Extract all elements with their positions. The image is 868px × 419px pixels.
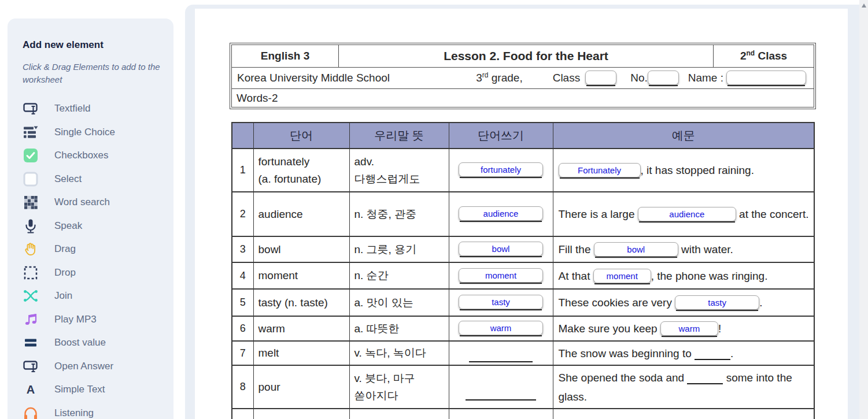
word-cell: warm (253, 316, 349, 341)
col-number (232, 123, 253, 149)
sidebar-item-select[interactable]: Select (23, 171, 160, 187)
col-word: 단어 (253, 123, 349, 149)
hand-drag-icon (23, 241, 39, 257)
sidebar-item-textfield[interactable]: Textfield (23, 101, 160, 117)
write-input[interactable] (459, 295, 543, 309)
vocab-table: 단어 우리말 뜻 단어쓰기 예문 1 fortunately (a. fortu… (231, 122, 815, 419)
words-section-label: Words-2 (232, 89, 814, 107)
class-label: Class (553, 72, 581, 84)
sidebar-item-drag[interactable]: Drag (23, 241, 160, 257)
sidebar-item-label: Word search (54, 196, 110, 208)
row-number: 7 (232, 341, 253, 365)
write-input-slot (459, 321, 543, 336)
vocab-header-row: 단어 우리말 뜻 단어쓰기 예문 (232, 123, 814, 149)
open-answer-icon (23, 358, 39, 374)
word-cell: melt (253, 341, 349, 365)
col-meaning: 우리말 뜻 (349, 123, 449, 149)
music-note-icon (23, 312, 39, 328)
sidebar-item-label: Simple Text (54, 384, 105, 395)
table-row: 6 warm a. 따뜻한 Make sure you keep ! (232, 316, 814, 341)
checkboxes-icon (23, 147, 39, 164)
name-input-slot (726, 71, 806, 86)
row-number: 1 (232, 149, 253, 192)
word-cell: audience (253, 192, 349, 236)
sidebar-item-label: Single Choice (54, 127, 115, 138)
example-input[interactable] (559, 163, 641, 177)
table-row: 4 moment n. 순간 At that , the phone was r… (232, 262, 814, 289)
example-cell: She opened the soda and some into the gl… (553, 365, 814, 409)
sidebar-item-label: Boost value (54, 337, 106, 348)
table-row: 8 pour v. 붓다, 마구 쏟아지다 She opened the sod… (232, 365, 814, 409)
sidebar-item-word-search[interactable]: Word search (23, 194, 160, 210)
write-input[interactable] (459, 268, 543, 283)
sidebar-item-play-mp3[interactable]: Play MP3 (23, 312, 160, 328)
example-input[interactable] (638, 207, 736, 221)
worksheet-canvas: English 3 Lesson 2. Food for the Heart 2… (185, 5, 868, 419)
scroll-up-icon[interactable] (862, 3, 866, 8)
write-input-slot (459, 268, 543, 284)
write-input[interactable] (459, 242, 543, 256)
example-input-slot (559, 163, 641, 179)
table-row: 5 tasty (n. taste) a. 맛이 있는 These cookie… (232, 289, 814, 316)
example-cell: These cookies are very . (553, 289, 814, 316)
write-input-slot (459, 162, 543, 178)
sidebar-item-simple-text[interactable]: A Simple Text (23, 381, 160, 398)
write-input[interactable] (459, 162, 543, 177)
sidebar-item-join[interactable]: Join (23, 288, 160, 304)
example-input-slot (675, 295, 759, 311)
example-cell: , it has stopped raining. (553, 149, 814, 192)
row-number: 8 (232, 365, 253, 409)
table-row: 7 melt v. 녹다, 녹이다 The snow was beginning… (232, 341, 814, 365)
example-cell: Make sure you keep ! (553, 316, 814, 341)
meaning-cell: v. 녹다, 녹이다 (349, 341, 449, 365)
name-input[interactable] (726, 71, 806, 85)
write-input-slot (459, 295, 543, 310)
sidebar-item-label: Open Answer (54, 361, 113, 372)
sidebar-item-boost-value[interactable]: Boost value (23, 335, 160, 351)
microphone-icon (23, 218, 39, 234)
sidebar-item-checkboxes[interactable]: Checkboxes (23, 147, 160, 164)
no-input[interactable] (648, 71, 679, 85)
write-input[interactable] (459, 206, 543, 221)
example-input[interactable] (594, 242, 678, 257)
add-element-panel: Add new element Click & Drag Elements to… (8, 18, 173, 419)
drop-zone-icon (23, 265, 39, 281)
sidebar-item-speak[interactable]: Speak (23, 218, 160, 234)
select-icon (23, 171, 39, 187)
sidebar-item-single-choice[interactable]: Single Choice (23, 124, 160, 140)
single-choice-icon (23, 124, 39, 140)
simple-text-icon: A (23, 381, 39, 398)
class-input[interactable] (585, 71, 616, 85)
blank-line (469, 350, 533, 362)
example-cell: At that , the phone was ringing. (553, 262, 814, 289)
vertical-scrollbar[interactable] (859, 0, 868, 419)
sidebar-item-open-answer[interactable]: Open Answer (23, 358, 160, 374)
example-input[interactable] (675, 295, 759, 310)
meaning-cell: adv. 다행스럽게도 (349, 149, 449, 192)
sidebar-item-listening[interactable]: Listening (23, 405, 160, 419)
join-lines-icon (23, 288, 39, 304)
no-input-slot (648, 71, 679, 86)
write-input-slot (459, 206, 543, 222)
example-input-slot (660, 321, 718, 337)
write-input-slot (459, 242, 543, 257)
class-ordinal: 2nd Class (714, 45, 814, 68)
example-input[interactable] (593, 269, 651, 283)
school-name: Korea University Middle School (237, 72, 390, 84)
element-list: Textfield Single Choice Checkboxes Selec… (23, 101, 160, 419)
panel-title: Add new element (23, 39, 160, 51)
name-label: Name : (688, 72, 723, 84)
word-cell: bowl (253, 236, 349, 262)
row-number: 3 (232, 236, 253, 262)
blank-line (687, 372, 723, 384)
col-example: 예문 (553, 123, 814, 149)
sidebar-item-label: Checkboxes (54, 150, 109, 161)
sidebar-item-drop[interactable]: Drop (23, 265, 160, 281)
meaning-cell: a. 맛이 있는 (349, 289, 449, 316)
col-write: 단어쓰기 (449, 123, 553, 149)
row-number: 2 (232, 192, 253, 236)
example-input[interactable] (660, 321, 718, 336)
write-input[interactable] (459, 321, 543, 335)
table-row: 1 fortunately (a. fortunate) adv. 다행스럽게도… (232, 149, 814, 192)
sidebar-item-label: Listening (54, 407, 94, 419)
